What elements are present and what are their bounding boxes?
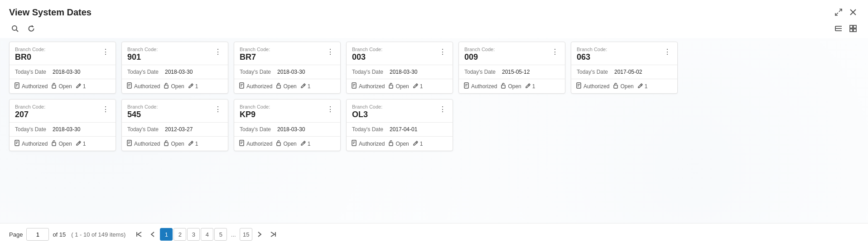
svg-rect-37	[502, 85, 505, 88]
card-header: Branch Code: 063 ⋮	[571, 42, 677, 65]
authorized-status[interactable]: Authorized	[351, 140, 385, 147]
authorized-status[interactable]: Authorized	[576, 82, 609, 90]
card-menu-button[interactable]: ⋮	[100, 47, 111, 57]
authorized-status[interactable]: Authorized	[463, 82, 497, 90]
svg-rect-52	[164, 142, 168, 146]
grid-view-icon[interactable]	[847, 23, 859, 34]
badge-number: 1	[308, 83, 311, 90]
authorized-status[interactable]: Authorized	[14, 140, 48, 147]
open-lock-status[interactable]: Open	[51, 82, 72, 90]
page-15-button[interactable]: 15	[240, 228, 252, 241]
pagination-nav: 1 2 3 4 5 ... 15	[133, 228, 280, 241]
card: Branch Code: KP9 ⋮ Today's Date 2018-03-…	[234, 99, 341, 151]
card-menu-button[interactable]: ⋮	[212, 104, 223, 114]
open-lock-status[interactable]: Open	[51, 140, 72, 147]
badge-edit[interactable]: 1	[525, 83, 535, 90]
badge-edit[interactable]: 1	[300, 83, 311, 90]
authorized-status[interactable]: Authorized	[126, 140, 160, 147]
edit-icon	[188, 83, 194, 90]
card-menu-button[interactable]: ⋮	[325, 47, 336, 57]
card: Branch Code: BR7 ⋮ Today's Date 2018-03-…	[234, 42, 341, 94]
open-lock-status[interactable]: Open	[613, 82, 633, 90]
branch-label: Branch Code:	[127, 47, 158, 52]
branch-code: 545	[127, 110, 158, 119]
lock-icon	[51, 140, 57, 147]
badge-number: 1	[195, 83, 198, 90]
badge-edit[interactable]: 1	[76, 140, 86, 147]
list-view-icon[interactable]	[833, 23, 844, 34]
todays-date-value: 2018-03-30	[277, 69, 305, 75]
authorized-label: Authorized	[359, 141, 385, 147]
svg-rect-42	[614, 85, 617, 88]
open-lock-status[interactable]: Open	[388, 140, 409, 147]
page-3-button[interactable]: 3	[187, 228, 200, 241]
page-input[interactable]	[26, 228, 49, 241]
search-icon[interactable]	[9, 23, 21, 34]
next-page-button[interactable]	[253, 228, 266, 241]
lock-icon	[501, 82, 506, 90]
prev-page-button[interactable]	[146, 228, 159, 241]
open-label: Open	[283, 141, 296, 147]
badge-edit[interactable]: 1	[188, 140, 198, 147]
svg-line-5	[16, 30, 18, 32]
authorized-label: Authorized	[246, 83, 272, 90]
card-date-row: Today's Date 2018-03-30	[234, 65, 340, 79]
open-lock-status[interactable]: Open	[501, 82, 521, 90]
todays-date-value: 2018-03-30	[390, 69, 417, 75]
open-lock-status[interactable]: Open	[276, 140, 296, 147]
todays-date-label: Today's Date	[240, 126, 271, 133]
open-lock-status[interactable]: Open	[164, 140, 184, 147]
badge-number: 1	[420, 83, 423, 90]
badge-edit[interactable]: 1	[300, 140, 311, 147]
open-lock-status[interactable]: Open	[276, 82, 296, 90]
card-footer: Authorized Open 1	[347, 79, 453, 93]
badge-edit[interactable]: 1	[413, 83, 423, 90]
branch-code: 207	[15, 110, 45, 119]
todays-date-label: Today's Date	[15, 69, 46, 75]
card-menu-button[interactable]: ⋮	[550, 47, 560, 57]
page-1-button[interactable]: 1	[160, 228, 173, 241]
close-icon[interactable]	[847, 6, 859, 18]
open-label: Open	[508, 83, 521, 90]
expand-icon[interactable]	[833, 6, 844, 18]
card-menu-button[interactable]: ⋮	[212, 47, 223, 57]
page-5-button[interactable]: 5	[214, 228, 227, 241]
authorized-status[interactable]: Authorized	[14, 82, 48, 90]
refresh-icon[interactable]	[25, 23, 37, 34]
lock-icon	[164, 140, 169, 147]
card-header: Branch Code: 545 ⋮	[122, 100, 228, 122]
branch-label: Branch Code:	[464, 47, 495, 52]
document-icon	[239, 140, 245, 147]
card-menu-button[interactable]: ⋮	[100, 104, 111, 114]
todays-date-value: 2017-05-02	[614, 69, 642, 75]
authorized-status[interactable]: Authorized	[239, 140, 272, 147]
authorized-status[interactable]: Authorized	[351, 82, 385, 90]
badge-number: 1	[532, 83, 535, 90]
open-lock-status[interactable]: Open	[388, 82, 409, 90]
card-menu-button[interactable]: ⋮	[662, 47, 673, 57]
open-label: Open	[395, 83, 409, 90]
open-lock-status[interactable]: Open	[164, 82, 184, 90]
card-date-row: Today's Date 2017-05-02	[571, 65, 677, 79]
badge-edit[interactable]: 1	[413, 140, 423, 147]
authorized-status[interactable]: Authorized	[239, 82, 272, 90]
authorized-status[interactable]: Authorized	[126, 82, 160, 90]
card-menu-button[interactable]: ⋮	[437, 104, 448, 114]
card: Branch Code: 545 ⋮ Today's Date 2012-03-…	[121, 99, 228, 151]
toolbar	[0, 21, 868, 38]
badge-edit[interactable]: 1	[188, 83, 198, 90]
first-page-button[interactable]	[133, 228, 145, 241]
cards-row-2: Branch Code: 207 ⋮ Today's Date 2018-03-…	[9, 99, 859, 151]
card-menu-button[interactable]: ⋮	[325, 104, 336, 114]
todays-date-label: Today's Date	[240, 69, 271, 75]
edit-icon	[300, 140, 306, 147]
page-4-button[interactable]: 4	[201, 228, 213, 241]
open-label: Open	[620, 83, 633, 90]
todays-date-value: 2018-03-30	[53, 69, 80, 75]
card-menu-button[interactable]: ⋮	[437, 47, 448, 57]
badge-edit[interactable]: 1	[76, 83, 86, 90]
last-page-button[interactable]	[267, 228, 280, 241]
page-2-button[interactable]: 2	[174, 228, 186, 241]
badge-edit[interactable]: 1	[637, 83, 648, 90]
branch-code: 003	[352, 52, 382, 62]
